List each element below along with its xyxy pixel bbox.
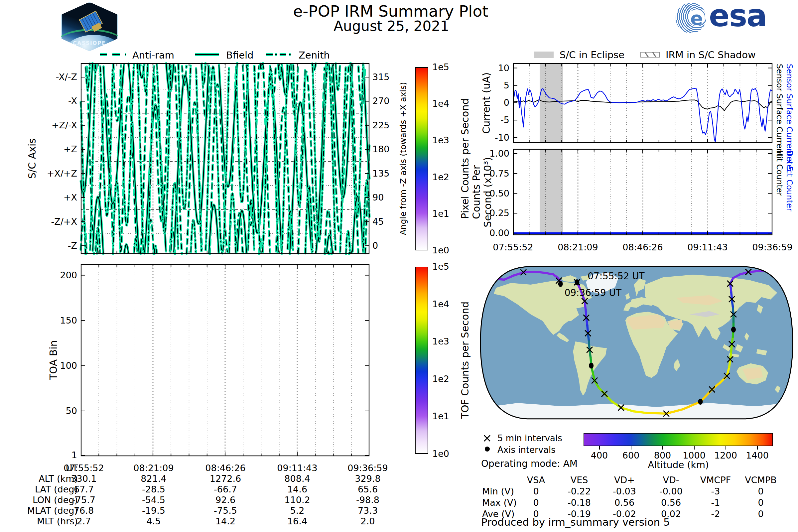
- tof-colorbar-tick: 1e4: [432, 299, 449, 309]
- ground-track-segment: [770, 271, 780, 274]
- sc-axis-tick-label: -X: [31, 96, 77, 106]
- ground-track-segment: [524, 272, 534, 272]
- counts-tick-label: 0.25: [476, 208, 509, 218]
- dot-legend-icon: [485, 446, 490, 452]
- sc-axis-tick-label: +Z: [31, 144, 77, 154]
- counts-tick-label: 1.00: [476, 148, 509, 158]
- cassiope-mission-patch: CASSIOPE: [61, 2, 118, 51]
- ephemeris-value: 110.2: [262, 495, 332, 505]
- tof-colorbar-tick: 1e5: [432, 261, 449, 272]
- legend-antiram-sample: [98, 50, 127, 59]
- tof-colorbar: [415, 267, 428, 454]
- axis-interval-mark: [574, 279, 579, 285]
- current-plot: [513, 63, 773, 143]
- pixel-colorbar-tick: 1e5: [432, 62, 449, 72]
- xmark-legend-icon: [483, 434, 491, 442]
- legend-antiram-label: Anti-ram: [132, 50, 174, 61]
- tof-colorbar-tick: 1e1: [432, 411, 449, 421]
- ephemeris-value: -66.7: [191, 484, 260, 494]
- toa-tick-label: 100: [44, 360, 77, 371]
- ground-track-segment: [534, 272, 544, 273]
- pixel-colorbar: [415, 67, 428, 250]
- current-right-label-black: Sensor Surface Current: [775, 64, 784, 157]
- dot-legend-label: Axis intervals: [497, 445, 556, 455]
- sc-axis-tick-label: +X: [31, 192, 77, 203]
- pixel-colorbar-tick: 1e3: [432, 135, 449, 145]
- ephemeris-value: 16.4: [262, 516, 332, 526]
- axis-interval-mark: [558, 281, 563, 287]
- alt-tick-mark: [662, 446, 663, 450]
- alt-tick-mark: [631, 446, 631, 450]
- pixel-colorbar-tick: 1e2: [432, 172, 449, 182]
- voltage-value: 0: [734, 497, 787, 508]
- current-tick-label: 5: [476, 80, 509, 91]
- ephemeris-value: 09:11:43: [262, 463, 332, 473]
- ground-track-segment: [646, 413, 666, 414]
- patch-title: CASSIOPE: [62, 40, 117, 46]
- legend-bfield-sample: [194, 50, 221, 59]
- tof-colorbar-label: TOF Counts per Second: [459, 302, 471, 419]
- counts-tick-label: 0.50: [476, 188, 509, 198]
- map-end-time-label: 09:36:59 UT: [565, 287, 622, 298]
- eclipse-label: S/C in Eclipse: [559, 49, 624, 60]
- counts-tick-label: 0.00: [476, 228, 509, 238]
- ephemeris-value: 14.2: [191, 516, 260, 526]
- altitude-bar-label: Altitude (km): [648, 459, 709, 471]
- sc-axis-tick-label: -X/-Z: [31, 72, 77, 82]
- angle-tick-label: 0: [373, 241, 378, 251]
- pixel-colorbar-tick: 1e1: [432, 208, 449, 219]
- ground-track-segment: [780, 274, 790, 278]
- time-tick-label: 08:46:26: [613, 242, 673, 252]
- time-tick-label: 08:21:09: [548, 242, 608, 252]
- counts-right-label-black: Hit Counter: [775, 150, 784, 196]
- ephemeris-value: 821.4: [119, 474, 189, 484]
- voltage-value: 0: [734, 509, 787, 519]
- epop-irm-summary-figure: CASSIOPE e-POP IRM Summary Plot August 2…: [0, 0, 798, 532]
- pixel-colorbar-tick: 1e4: [432, 98, 449, 109]
- ephemeris-value: 08:46:26: [191, 463, 260, 473]
- voltage-column-header: VCMPB: [734, 475, 787, 485]
- tof-colorbar-tick: 1e0: [432, 449, 449, 459]
- angle-tick-label: 225: [373, 120, 390, 130]
- shadow-swatch: [640, 52, 660, 58]
- esa-logo: e esa: [676, 2, 775, 34]
- footer-version: Produced by irm_summary version 5: [481, 516, 670, 528]
- voltage-value: 0: [734, 486, 787, 496]
- ephemeris-value: 67.7: [49, 484, 119, 494]
- toa-tick-label: 150: [44, 315, 77, 325]
- ephemeris-value: 2.7: [49, 516, 119, 526]
- ephemeris-value: 07:55:52: [49, 463, 119, 473]
- angle-tick-label: 135: [373, 168, 390, 178]
- ephemeris-value: 4.5: [119, 516, 189, 526]
- alt-tick-mark: [694, 446, 695, 450]
- ephemeris-value: -75.5: [191, 506, 260, 516]
- ground-track-segment: [748, 271, 759, 272]
- time-tick-label: 09:36:59: [742, 242, 798, 252]
- ephemeris-value: -19.5: [119, 506, 189, 516]
- tof-colorbar-tick: 1e3: [432, 336, 449, 346]
- ephemeris-value: -98.8: [333, 495, 403, 505]
- ground-track-map: 07:55:52 UT09:36:59 UT: [478, 264, 795, 421]
- ephemeris-value: 14.6: [262, 484, 332, 494]
- ground-track-segment: [483, 278, 493, 279]
- axis-interval-mark: [589, 363, 593, 369]
- alt-tick-mark: [757, 446, 758, 450]
- eclipse-swatch: [534, 52, 554, 58]
- sc-axis-tick-label: +Z/-X: [31, 120, 77, 130]
- legend-zenith-sample: [265, 50, 293, 59]
- alt-tick-label: 1400: [738, 450, 777, 460]
- ephemeris-value: 76.8: [49, 506, 119, 516]
- ephemeris-value: 1272.6: [191, 474, 260, 484]
- counts-plot: [513, 149, 773, 235]
- ephemeris-value: 329.8: [333, 474, 403, 484]
- counts-tick-label: 0.75: [476, 168, 509, 178]
- legend-bfield-label: Bfield: [226, 50, 253, 61]
- esa-globe-e-glyph: e: [690, 7, 703, 29]
- altitude-colorbar: [584, 433, 773, 446]
- toa-tick-label: 200: [44, 270, 77, 280]
- ephemeris-value: 65.6: [333, 484, 403, 494]
- angle-tick-label: 180: [373, 144, 390, 154]
- sc-axis-tick-label: -Z/+X: [31, 216, 77, 227]
- time-tick-label: 07:55:52: [483, 242, 543, 252]
- toa-tick-label: 50: [44, 406, 77, 416]
